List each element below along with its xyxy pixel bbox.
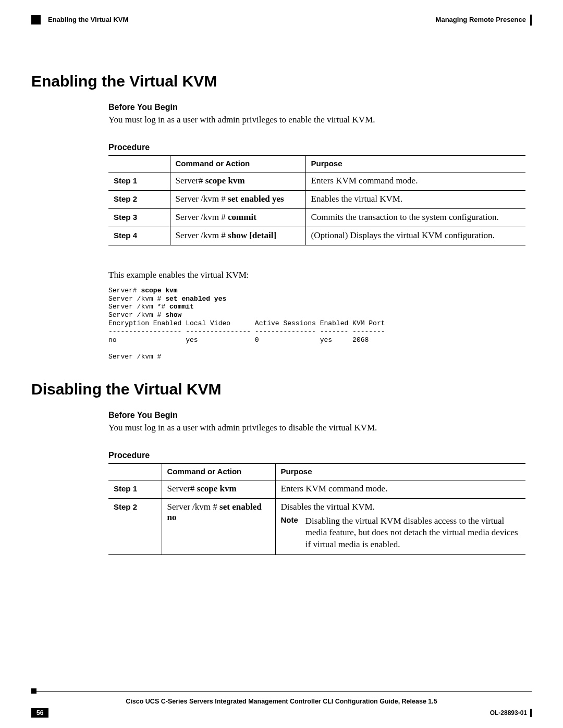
procedure-table-disable: Command or Action Purpose Step 1 Server#… [108,463,525,554]
code-sample-enable: Server# scope kvm Server /kvm # set enab… [108,287,525,361]
example-intro: This example enables the virtual KVM: [108,269,525,281]
table-row: Step 3 Server /kvm # commit Commits the … [108,208,525,227]
header-right-text: Managing Remote Presence [436,15,532,26]
table-row: Step 2 Server /kvm # set enabled no Disa… [108,499,525,554]
footer-rule [31,688,532,694]
col-purpose: Purpose [275,464,525,480]
procedure-heading-2: Procedure [108,451,525,460]
col-step [108,155,170,172]
before-you-begin-heading-2: Before You Begin [108,411,525,420]
col-command: Command or Action [170,155,305,172]
footer-title: Cisco UCS C-Series Servers Integrated Ma… [31,698,532,705]
page-number: 56 [31,708,48,718]
header-left-text: Enabling the Virtual KVM [48,15,128,26]
section-title-enable-kvm: Enabling the Virtual KVM [31,72,532,90]
table-row: Step 1 Server# scope kvm Enters KVM comm… [108,480,525,499]
note-text: Disabling the virtual KVM disables acces… [305,515,520,550]
footer-dot-icon [31,688,36,694]
document-number: OL-28893-01 [490,709,532,718]
note-label: Note [281,515,305,524]
table-row: Step 4 Server /kvm # show [detail] (Opti… [108,227,525,245]
page-header: Enabling the Virtual KVM Managing Remote… [31,15,532,26]
step-label: Step 1 [114,176,137,185]
table-row: Step 1 Server# scope kvm Enters KVM comm… [108,172,525,190]
header-mark-icon [31,15,41,24]
col-command: Command or Action [162,464,275,480]
procedure-table-enable: Command or Action Purpose Step 1 Server#… [108,155,525,245]
col-purpose: Purpose [305,155,525,172]
section-title-disable-kvm: Disabling the Virtual KVM [31,380,532,398]
procedure-heading: Procedure [108,143,525,152]
before-you-begin-text: You must log in as a user with admin pri… [108,114,525,126]
col-step [108,464,162,480]
before-you-begin-heading: Before You Begin [108,103,525,112]
table-row: Step 2 Server /kvm # set enabled yes Ena… [108,190,525,208]
before-you-begin-text-2: You must log in as a user with admin pri… [108,422,525,434]
